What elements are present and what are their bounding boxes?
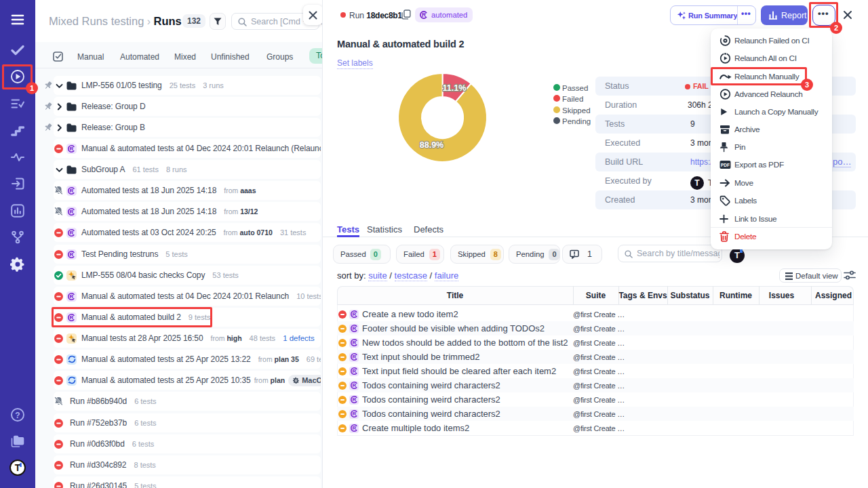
svg-text:R: R: [352, 325, 356, 331]
svg-text:R: R: [352, 411, 356, 417]
svg-text:R: R: [70, 146, 74, 152]
svg-text:PDF: PDF: [721, 163, 730, 167]
svg-text:R: R: [352, 368, 356, 374]
svg-text:R: R: [352, 340, 356, 346]
svg-text:R: R: [70, 230, 74, 236]
svg-text:R: R: [422, 12, 427, 18]
svg-text:R: R: [352, 354, 356, 360]
svg-text:R: R: [70, 293, 74, 300]
svg-text:R: R: [352, 396, 356, 403]
svg-text:R: R: [352, 425, 356, 431]
svg-text:11.1%: 11.1%: [443, 83, 467, 93]
svg-text:R: R: [352, 311, 356, 317]
svg-text:R: R: [70, 209, 74, 215]
svg-text:88.9%: 88.9%: [420, 140, 443, 150]
svg-text:R: R: [352, 382, 356, 388]
svg-text:?: ?: [15, 411, 20, 420]
svg-text:R: R: [70, 251, 74, 258]
svg-text:R: R: [70, 188, 74, 194]
